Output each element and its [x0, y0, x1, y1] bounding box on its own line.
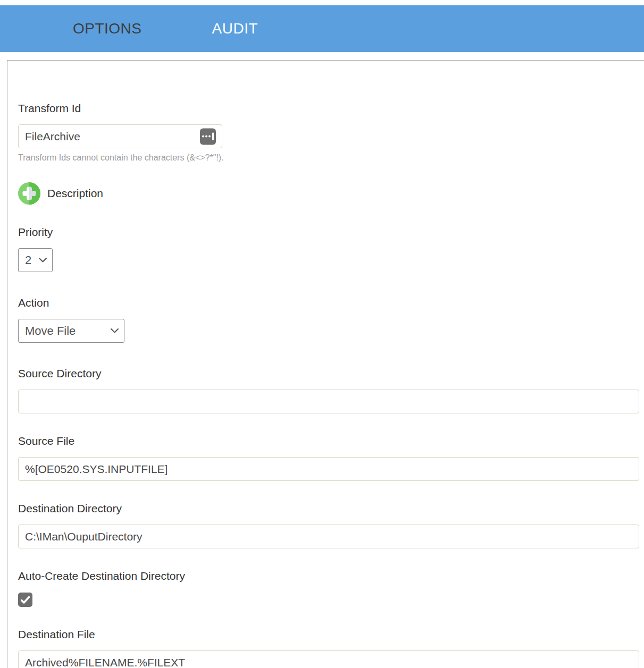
auto-create-label: Auto-Create Destination Directory	[18, 570, 644, 582]
checkmark-icon	[21, 596, 30, 604]
tab-options[interactable]: OPTIONS	[73, 20, 142, 37]
options-form-panel: Transform Id Transform Ids cannot contai…	[7, 60, 644, 668]
action-selected-value: Move File	[25, 324, 76, 338]
chevron-down-icon	[39, 258, 47, 263]
action-label: Action	[18, 297, 644, 309]
header-tab-bar: OPTIONS AUDIT	[0, 5, 644, 52]
source-directory-label: Source Directory	[18, 367, 644, 380]
action-group: Action Move File	[18, 297, 644, 343]
action-select[interactable]: Move File	[18, 319, 124, 343]
transform-id-group: Transform Id Transform Ids cannot contai…	[18, 102, 644, 163]
priority-group: Priority 2	[18, 226, 644, 272]
priority-label: Priority	[18, 226, 644, 239]
source-file-input[interactable]	[18, 457, 639, 481]
transform-id-label: Transform Id	[18, 102, 644, 115]
destination-directory-input[interactable]	[18, 525, 639, 548]
transform-id-help-text: Transform Ids cannot contain the charact…	[18, 153, 644, 163]
destination-file-input[interactable]	[18, 650, 639, 668]
rename-id-icon[interactable]	[200, 128, 216, 145]
destination-file-group: Destination File	[18, 628, 644, 668]
tab-audit[interactable]: AUDIT	[212, 20, 258, 37]
auto-create-group: Auto-Create Destination Directory	[18, 570, 644, 607]
auto-create-checkbox[interactable]	[18, 593, 32, 607]
priority-selected-value: 2	[25, 253, 31, 267]
description-label: Description	[47, 187, 103, 200]
source-directory-group: Source Directory	[18, 367, 644, 413]
source-file-label: Source File	[18, 435, 644, 447]
add-plus-icon[interactable]	[18, 182, 40, 205]
transform-id-input[interactable]	[18, 124, 222, 148]
source-file-group: Source File	[18, 435, 644, 481]
destination-file-label: Destination File	[18, 628, 644, 641]
destination-directory-group: Destination Directory	[18, 502, 644, 548]
add-description-row[interactable]: Description	[18, 182, 644, 205]
priority-select[interactable]: 2	[18, 248, 53, 272]
destination-directory-label: Destination Directory	[18, 502, 644, 515]
source-directory-input[interactable]	[18, 390, 639, 413]
chevron-down-icon	[111, 328, 119, 333]
